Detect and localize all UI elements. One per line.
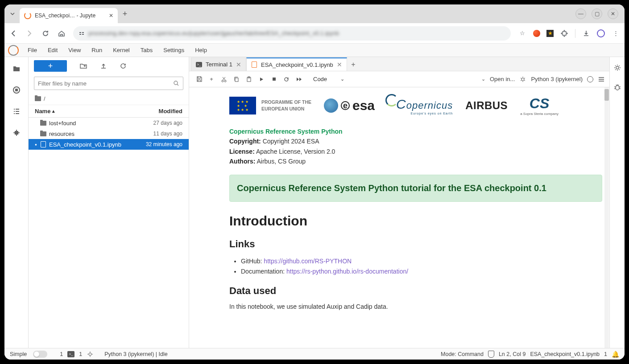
- filter-box[interactable]: [34, 77, 183, 90]
- tab-label: Terminal 1: [206, 61, 232, 68]
- terminal-count[interactable]: 1: [60, 351, 63, 357]
- github-link[interactable]: https://github.com/RS-PYTHON: [264, 258, 352, 265]
- terminal-icon: >_: [196, 62, 202, 67]
- extension-red-icon[interactable]: [533, 30, 540, 37]
- terminal-mini-icon[interactable]: >_: [67, 351, 74, 357]
- add-tab-button[interactable]: +: [347, 58, 360, 71]
- new-tab-button[interactable]: +: [120, 8, 130, 19]
- status-kernel[interactable]: Python 3 (ipykernel) | Idle: [104, 351, 168, 357]
- toc-icon[interactable]: [11, 106, 22, 117]
- extensions-icon[interactable]: [11, 127, 22, 138]
- back-icon[interactable]: [9, 29, 18, 38]
- downloads-icon[interactable]: [582, 29, 591, 38]
- profile-globe-icon[interactable]: [597, 29, 605, 37]
- tab-terminal[interactable]: >_ Terminal 1 ✕: [191, 57, 246, 71]
- project-title-link[interactable]: Copernicus Reference System Python: [229, 128, 343, 135]
- copy-icon[interactable]: [231, 74, 242, 85]
- file-browser-icon[interactable]: [11, 63, 22, 74]
- svg-rect-2: [79, 34, 81, 35]
- stop-icon[interactable]: [269, 74, 279, 85]
- running-icon[interactable]: [11, 85, 22, 95]
- notifications-bell-icon[interactable]: 🔔: [612, 351, 619, 358]
- kernel-count[interactable]: 1: [79, 351, 82, 357]
- window-close[interactable]: ✕: [608, 8, 618, 19]
- run-icon[interactable]: [256, 74, 267, 85]
- sort-caret-icon[interactable]: ▴: [52, 108, 55, 114]
- insert-cell-icon[interactable]: +: [206, 74, 217, 85]
- home-icon[interactable]: [57, 29, 66, 38]
- logo-row: ★ ★ ★★ ★★ ★ ★ PROGRAMME OF THE EUROPEAN …: [229, 95, 602, 116]
- menu-run[interactable]: Run: [87, 45, 107, 55]
- list-item[interactable]: resources 11 days ago: [29, 128, 189, 139]
- restart-icon[interactable]: [281, 74, 292, 85]
- property-inspector-icon[interactable]: [612, 62, 623, 73]
- debugger-icon[interactable]: [612, 82, 623, 93]
- col-name-label[interactable]: Name: [35, 108, 50, 115]
- tab-list-dropdown[interactable]: [7, 8, 18, 19]
- breadcrumb[interactable]: /: [29, 93, 189, 105]
- cut-icon[interactable]: [219, 74, 229, 85]
- airbus-logo: AIRBUS: [465, 99, 508, 112]
- file-modified: 11 days ago: [153, 131, 182, 137]
- extension-yellow-icon[interactable]: ★: [546, 30, 554, 37]
- new-folder-icon[interactable]: [79, 62, 87, 70]
- col-modified-label[interactable]: Modified: [159, 108, 182, 115]
- close-icon[interactable]: ✕: [337, 61, 342, 68]
- window-minimize[interactable]: ―: [575, 8, 586, 19]
- documentation-link[interactable]: https://rs-python.github.io/rs-documenta…: [286, 268, 408, 275]
- extensions-puzzle-icon[interactable]: [560, 29, 569, 38]
- cell-type-select[interactable]: Code ⌄: [310, 75, 348, 83]
- upload-icon[interactable]: [100, 62, 107, 70]
- tab-title: ESA_checkpoi… - Jupyte: [35, 12, 95, 19]
- esa-logo: eesa: [324, 98, 375, 113]
- status-cursor[interactable]: Ln 2, Col 9: [499, 351, 526, 357]
- menu-view[interactable]: View: [64, 45, 85, 55]
- file-list: lost+found 27 days ago resources 11 days…: [29, 118, 189, 348]
- status-mode[interactable]: Mode: Command: [441, 351, 484, 357]
- menu-kernel[interactable]: Kernel: [108, 45, 134, 55]
- kernel-mini-icon[interactable]: [87, 351, 94, 358]
- save-icon[interactable]: [194, 74, 204, 85]
- kernel-name[interactable]: Python 3 (ipykernel): [531, 76, 583, 82]
- bug-icon[interactable]: [519, 76, 526, 83]
- trust-shield-icon[interactable]: [488, 351, 494, 358]
- notebook-body[interactable]: ★ ★ ★★ ★★ ★ ★ PROGRAMME OF THE EUROPEAN …: [189, 87, 609, 348]
- browser-tab-active[interactable]: ESA_checkpoi… - Jupyte ✕: [20, 8, 118, 23]
- eu-programme-text: PROGRAMME OF THE EUROPEAN UNION: [261, 99, 311, 112]
- menu-dots-icon[interactable]: ⋮: [611, 29, 620, 38]
- scrollbar[interactable]: [604, 87, 609, 348]
- paste-icon[interactable]: [244, 74, 254, 85]
- menu-tabs[interactable]: Tabs: [136, 45, 157, 55]
- breadcrumb-folder-icon: [35, 96, 41, 101]
- filter-input[interactable]: [38, 80, 170, 87]
- scrollbar-thumb[interactable]: [604, 89, 609, 101]
- tab-notebook[interactable]: ESA_checkpoint_v0.1.ipynb ✕: [246, 57, 347, 71]
- menu-settings[interactable]: Settings: [159, 45, 189, 55]
- menu-file[interactable]: File: [23, 45, 41, 55]
- site-settings-icon[interactable]: [79, 30, 85, 37]
- hamburger-icon[interactable]: [598, 76, 605, 82]
- window-maximize[interactable]: ▢: [592, 8, 602, 19]
- status-file[interactable]: ESA_checkpoint_v0.1.ipynb: [530, 351, 600, 357]
- reload-icon[interactable]: [41, 29, 50, 38]
- file-name: ESA_checkpoint_v0.1.ipynb: [47, 141, 146, 148]
- file-list-header: Name ▴ Modified: [29, 105, 189, 118]
- bookmark-star-icon[interactable]: ☆: [518, 29, 527, 38]
- folder-icon: [39, 121, 47, 126]
- menu-help[interactable]: Help: [190, 45, 211, 55]
- run-all-icon[interactable]: [294, 74, 304, 85]
- new-launcher-button[interactable]: +: [34, 60, 67, 72]
- menu-edit[interactable]: Edit: [43, 45, 62, 55]
- meta-block: Copernicus Reference System Python Copyr…: [229, 127, 602, 167]
- jupyter-logo-icon: [8, 45, 19, 56]
- list-item[interactable]: lost+found 27 days ago: [29, 118, 189, 128]
- simple-mode-toggle[interactable]: [33, 351, 47, 358]
- close-tab-icon[interactable]: ✕: [109, 12, 113, 19]
- close-icon[interactable]: ✕: [236, 61, 241, 68]
- open-in-button[interactable]: Open in...: [490, 76, 515, 82]
- svg-rect-1: [82, 32, 84, 33]
- url-bar[interactable]: processing.dev-rspy.esa.copernicus.eu/ju…: [73, 26, 511, 41]
- refresh-icon[interactable]: [120, 62, 127, 70]
- list-item[interactable]: ● ESA_checkpoint_v0.1.ipynb 32 minutes a…: [29, 139, 189, 150]
- svg-point-16: [89, 353, 91, 356]
